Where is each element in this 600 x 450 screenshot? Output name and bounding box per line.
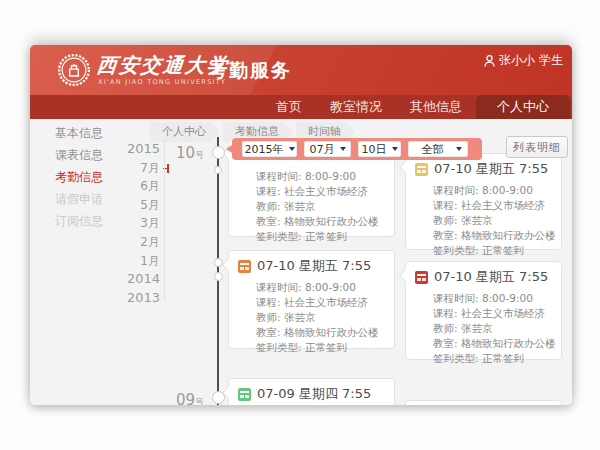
card-field: 教师: 张芸京 bbox=[433, 321, 555, 336]
chevron-down-icon bbox=[456, 147, 462, 151]
axis-year-2013[interactable]: 2013 bbox=[115, 289, 160, 308]
nav-item-home[interactable]: 首页 bbox=[262, 95, 316, 119]
axis-month-jan[interactable]: 1月 bbox=[115, 252, 160, 271]
app-window: 西安交通大学 XI'AN JIAO TONG UNIVERSITY 考勤服务 张… bbox=[30, 45, 572, 405]
year-dropdown[interactable]: 2015年 bbox=[242, 141, 297, 157]
card-field: 教室: 格物致知行政办公楼 bbox=[433, 336, 555, 351]
attendance-card[interactable]: 07-10 星期五 7:55 课程时间: 8:00-9:00课程: 社会主义市场… bbox=[228, 250, 395, 349]
day-marker-10[interactable]: 10号 bbox=[176, 143, 204, 162]
card-date: 07-09 星期四 7:55 bbox=[257, 385, 371, 403]
timeline-node-small bbox=[214, 258, 223, 267]
chevron-down-icon bbox=[392, 147, 398, 151]
card-field: 教师: 张芸京 bbox=[256, 199, 388, 214]
card-field: 教室: 格物致知行政办公楼 bbox=[256, 214, 388, 229]
sidebar-item-leave-request[interactable]: 请假申请 bbox=[55, 188, 103, 210]
main-nav: 首页 教室情况 其他信息 个人中心 bbox=[30, 95, 572, 119]
chevron-down-icon bbox=[340, 147, 346, 151]
type-dropdown[interactable]: 全部 bbox=[408, 141, 468, 157]
card-field: 课程: 社会主义市场经济 bbox=[256, 295, 388, 310]
card-field: 签到类型: 正常签到 bbox=[433, 351, 555, 366]
timeline-node-large bbox=[212, 146, 225, 159]
content-area: 基本信息 课表信息 考勤信息 请假申请 订阅信息 个人中心 考勤信息 时间轴 2… bbox=[30, 119, 572, 405]
calendar-icon bbox=[415, 271, 428, 284]
timeline-node-large bbox=[212, 391, 225, 404]
card-field: 教师: 张芸京 bbox=[433, 213, 555, 228]
sidebar-item-basic-info[interactable]: 基本信息 bbox=[55, 122, 103, 144]
card-field: 课程: 社会主义市场经济 bbox=[256, 184, 388, 199]
card-date: 07-10 星期五 7:55 bbox=[257, 257, 371, 275]
timeline-axis: 2015 7月 6月 5月 3月 2月 1月 2014 2013 bbox=[115, 140, 160, 307]
axis-year-2014[interactable]: 2014 bbox=[115, 270, 160, 289]
axis-month-jun[interactable]: 6月 bbox=[115, 177, 160, 196]
breadcrumb-personal-center[interactable]: 个人中心 bbox=[150, 122, 220, 142]
timeline-node-small bbox=[214, 272, 223, 281]
card-field: 课程: 社会主义市场经济 bbox=[433, 198, 555, 213]
card-fields bbox=[229, 403, 394, 405]
attendance-card[interactable]: 07-10 星期五 7:55 课程时间: 8:00-9:00课程: 社会主义市场… bbox=[405, 153, 562, 250]
timeline-node-small bbox=[214, 166, 222, 174]
calendar-icon bbox=[238, 260, 251, 273]
card-field: 课程时间: 8:00-9:00 bbox=[256, 280, 388, 295]
calendar-icon bbox=[415, 163, 428, 176]
user-role: 学生 bbox=[539, 52, 563, 69]
card-field: 教室: 格物致知行政办公楼 bbox=[433, 228, 555, 243]
card-field: 课程时间: 8:00-9:00 bbox=[433, 183, 555, 198]
app-header: 西安交通大学 XI'AN JIAO TONG UNIVERSITY 考勤服务 张… bbox=[30, 45, 572, 95]
card-field: 课程时间: 8:00-9:00 bbox=[433, 291, 555, 306]
service-title: 考勤服务 bbox=[208, 58, 292, 84]
axis-month-feb[interactable]: 2月 bbox=[115, 233, 160, 252]
card-fields: 课程时间: 8:00-9:00课程: 社会主义市场经济教师: 张芸京教室: 格物… bbox=[229, 275, 394, 355]
card-field: 课程: 社会主义市场经济 bbox=[433, 306, 555, 321]
card-field: 教室: 格物致知行政办公楼 bbox=[256, 325, 388, 340]
list-detail-button[interactable]: 列表明细 bbox=[506, 136, 568, 158]
card-fields: 课程时间: 8:00-9:00课程: 社会主义市场经济教师: 张芸京教室: 格物… bbox=[406, 178, 561, 258]
card-fields: 课程时间: 8:00-9:00课程: 社会主义市场经济教师: 张芸京教室: 格物… bbox=[406, 286, 561, 366]
attendance-card[interactable]: 07-10 星期五 7:55 课程时间: 8:00-9:00课程: 社会主义市场… bbox=[405, 261, 562, 360]
university-logo-icon bbox=[57, 53, 91, 87]
sidebar-item-subscription[interactable]: 订阅信息 bbox=[55, 210, 103, 232]
axis-year-2015[interactable]: 2015 bbox=[115, 140, 160, 159]
date-filter-bar: 2015年 07月 10日 全部 bbox=[232, 138, 482, 160]
day-marker-09[interactable]: 09号 bbox=[176, 390, 204, 405]
user-info[interactable]: 张小小 学生 bbox=[484, 52, 563, 69]
card-fields: 课程时间: 8:00-9:00课程: 社会主义市场经济教师: 张芸京教室: 格物… bbox=[229, 164, 394, 244]
sidebar-item-timetable[interactable]: 课表信息 bbox=[55, 144, 103, 166]
card-field: 课程时间: 8:00-9:00 bbox=[256, 169, 388, 184]
card-fields bbox=[406, 401, 561, 405]
nav-item-personal-center[interactable]: 个人中心 bbox=[476, 95, 570, 119]
axis-month-may[interactable]: 5月 bbox=[115, 196, 160, 215]
day-dropdown[interactable]: 10日 bbox=[358, 141, 401, 157]
nav-item-other-info[interactable]: 其他信息 bbox=[396, 95, 476, 119]
calendar-icon bbox=[238, 388, 251, 401]
card-field: 教师: 张芸京 bbox=[256, 310, 388, 325]
month-dropdown[interactable]: 07月 bbox=[304, 141, 351, 157]
person-icon bbox=[484, 55, 495, 67]
card-field: 签到类型: 正常签到 bbox=[256, 340, 388, 355]
timeline-line bbox=[217, 137, 219, 405]
card-date: 07-10 星期五 7:55 bbox=[434, 268, 548, 286]
attendance-card[interactable] bbox=[405, 400, 562, 405]
axis-month-jul[interactable]: 7月 bbox=[115, 159, 160, 178]
sidebar-item-attendance[interactable]: 考勤信息 bbox=[55, 166, 103, 188]
attendance-card[interactable]: 07-09 星期四 7:55 bbox=[228, 378, 395, 405]
card-field: 签到类型: 正常签到 bbox=[433, 243, 555, 258]
chevron-down-icon bbox=[289, 147, 295, 151]
page-background: 西安交通大学 XI'AN JIAO TONG UNIVERSITY 考勤服务 张… bbox=[0, 0, 600, 450]
axis-separator bbox=[164, 139, 165, 301]
user-name: 张小小 bbox=[499, 52, 535, 69]
card-field: 签到类型: 正常签到 bbox=[256, 229, 388, 244]
axis-month-mar[interactable]: 3月 bbox=[115, 214, 160, 233]
card-date: 07-10 星期五 7:55 bbox=[434, 160, 548, 178]
nav-item-classrooms[interactable]: 教室情况 bbox=[316, 95, 396, 119]
